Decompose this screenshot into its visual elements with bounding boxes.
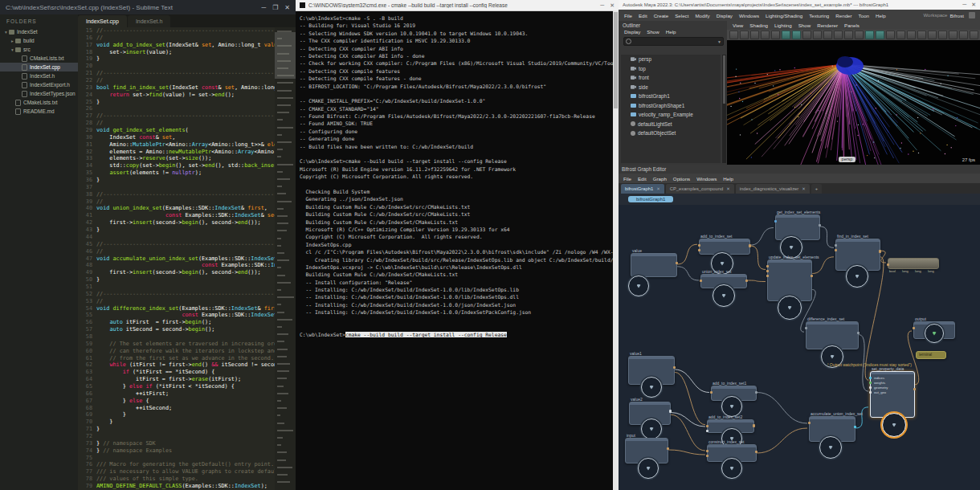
watchpoint-circle[interactable] (638, 458, 659, 479)
bookmark-icon[interactable] (750, 31, 759, 39)
motion-blur-icon[interactable] (907, 31, 916, 39)
tree-item-IndexSet.cpp[interactable]: IndexSet.cpp (0, 63, 78, 71)
minimize-icon[interactable]: ─ (962, 2, 966, 8)
tree-item-CMakeLists.txt[interactable]: CMakeLists.txt (0, 54, 78, 63)
tab-IndexSet.h[interactable]: IndexSet.h (128, 15, 170, 27)
output-port[interactable] (811, 275, 813, 277)
tree-item-build[interactable]: ▸build (0, 36, 78, 45)
add-tab-button[interactable]: + (811, 184, 822, 194)
viewport-menu-renderer[interactable]: Renderer (814, 22, 841, 28)
output-port[interactable] (753, 424, 755, 427)
output-port[interactable] (676, 262, 678, 264)
output-port[interactable] (913, 388, 916, 390)
graph-tab-bifrostGraph1[interactable]: bifrostGraph1✕ (621, 184, 664, 194)
minimap[interactable] (275, 27, 296, 490)
watchpoint-circle[interactable] (846, 265, 868, 288)
exposure-icon[interactable] (949, 31, 958, 39)
graph-tab-CP_examples_compound[interactable]: CP_examples_compound✕ (666, 184, 734, 194)
input-port[interactable] (766, 275, 769, 277)
graph-menu-windows[interactable]: Windows (693, 176, 720, 182)
outliner-item-defaultObjectSet[interactable]: defaultObjectSet (621, 129, 721, 138)
input-port[interactable] (706, 425, 708, 427)
outliner-search-field[interactable]: ▼ (623, 37, 724, 46)
menu-edit[interactable]: Edit (635, 13, 651, 18)
caret-icon[interactable]: ▾ (10, 47, 15, 52)
input-port[interactable] (766, 270, 769, 272)
outliner-menu-display[interactable]: Display (621, 29, 643, 35)
bookmark-pill[interactable]: bifrostGraph1 (628, 196, 673, 202)
menu-select[interactable]: Select (672, 13, 692, 18)
outliner-item-persp[interactable]: persp (621, 55, 721, 64)
shaded-icon[interactable] (855, 31, 864, 39)
output-port[interactable] (749, 244, 751, 247)
menu-texturing[interactable]: Texturing (806, 13, 832, 18)
watchpoint-circle[interactable] (882, 413, 906, 437)
input-port[interactable] (869, 382, 872, 384)
watchpoint-circle[interactable] (778, 296, 802, 320)
console-title-bar[interactable]: C:\WINDOWS\system32\cmd.exe - cmake --bu… (296, 0, 619, 11)
tree-item-src[interactable]: ▾src (0, 45, 78, 54)
menu-create[interactable]: Create (651, 13, 672, 18)
graph-menu-help[interactable]: Help (720, 176, 737, 182)
outliner-item-top[interactable]: top (621, 64, 721, 74)
watchpoint-circle[interactable] (641, 419, 662, 439)
input-port[interactable] (774, 220, 777, 223)
menu-toon[interactable]: Toon (855, 13, 872, 18)
close-icon[interactable]: ✕ (610, 2, 615, 9)
safe-title-icon[interactable] (834, 31, 843, 39)
outliner-menu-help[interactable]: Help (663, 29, 680, 35)
tree-item-IndexSet[interactable]: ▾IndexSet (0, 27, 78, 36)
caret-icon[interactable]: ▾ (3, 30, 9, 35)
use-lights-icon[interactable] (876, 31, 884, 39)
input-port[interactable] (706, 430, 708, 432)
gate-mask-icon[interactable] (802, 31, 811, 39)
minimize-icon[interactable]: ─ (261, 4, 266, 11)
graph-menu-graph[interactable]: Graph (650, 176, 670, 182)
lock-camera-icon[interactable] (740, 31, 749, 39)
input-port[interactable] (700, 280, 702, 282)
graph-menu-options[interactable]: Options (670, 176, 693, 182)
input-port[interactable] (869, 377, 872, 379)
graph-node-set_property_data[interactable]: set_property_dataindicesweightsgeometryo… (870, 371, 915, 418)
input-port[interactable] (710, 391, 713, 394)
graph-menu-file[interactable]: File (620, 176, 635, 182)
graph-tab-index_diagnostics_visualizer[interactable]: index_diagnostics_visualizer✕ (736, 184, 810, 194)
multisample-icon[interactable] (917, 31, 926, 39)
field-chart-icon[interactable] (813, 31, 822, 39)
output-port[interactable] (819, 224, 821, 227)
input-port[interactable] (706, 450, 708, 452)
menu-file[interactable]: File (621, 13, 635, 18)
wireframe-icon[interactable] (844, 31, 853, 39)
viewport-menu-view[interactable]: View (729, 22, 746, 28)
workspace-selector[interactable]: Bifrost (947, 13, 966, 18)
tab-IndexSet.cpp[interactable]: IndexSet.cpp (78, 15, 127, 27)
outliner-item-front[interactable]: front (621, 73, 721, 83)
minimize-icon[interactable]: ─ (600, 2, 604, 9)
close-icon[interactable]: ✕ (971, 2, 976, 8)
console-output[interactable]: C:\wb\IndexSet>cmake -S . -B build-- Bui… (296, 10, 613, 490)
output-port[interactable] (857, 332, 860, 334)
shadows-icon[interactable] (886, 31, 895, 39)
close-tab-icon[interactable]: ✕ (656, 184, 660, 194)
input-port[interactable] (913, 327, 915, 329)
textured-icon[interactable] (865, 31, 874, 39)
graph-node-terminal[interactable]: terminal (916, 351, 946, 359)
viewport-menu-lighting[interactable]: Lighting (771, 22, 795, 28)
outliner-item-bifrostGraph1[interactable]: bifrostGraph1 (621, 92, 721, 101)
ambient-occlusion-icon[interactable] (896, 31, 905, 39)
viewport-menu-panels[interactable]: Panels (841, 22, 863, 28)
input-port[interactable] (869, 391, 872, 394)
chevron-down-icon[interactable]: ▼ (717, 39, 723, 44)
outliner-item-defaultLightSet[interactable]: defaultLightSet (621, 120, 721, 129)
outliner-menu-show[interactable]: Show (643, 29, 662, 35)
viewport-3d-canvas[interactable]: persp 27 fps (727, 40, 980, 165)
outliner-item-velocity_ramp_Example[interactable]: velocity_ramp_Example (621, 110, 721, 120)
menu-help[interactable]: Help (872, 13, 889, 18)
watchpoint-circle[interactable] (641, 377, 662, 398)
film-gate-icon[interactable] (782, 31, 790, 39)
input-port[interactable] (835, 244, 837, 247)
watchpoint-circle[interactable] (819, 436, 842, 459)
scrollbar-thumb[interactable] (614, 12, 618, 108)
input-port[interactable] (808, 422, 811, 424)
scrollbar-thumb[interactable] (723, 55, 725, 104)
